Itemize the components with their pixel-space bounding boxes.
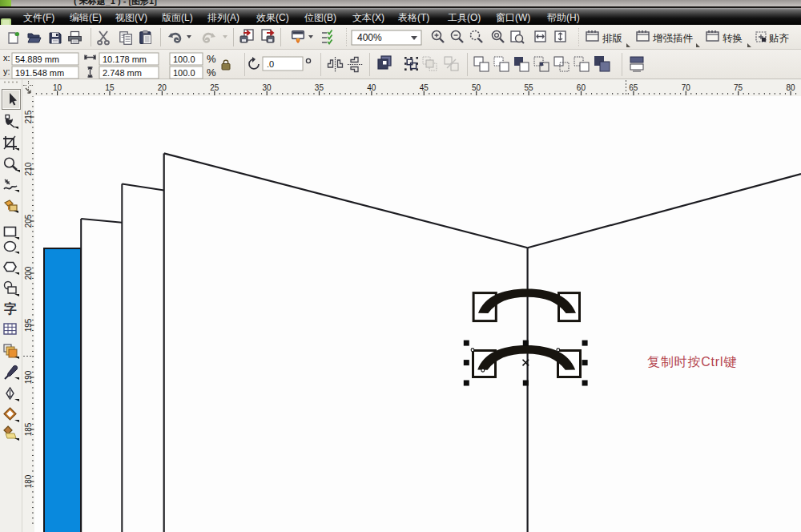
svg-text:400%: 400% (357, 32, 382, 43)
svg-text:x:: x: (3, 53, 10, 62)
svg-text:字: 字 (4, 301, 17, 316)
svg-text:转换: 转换 (723, 33, 743, 44)
svg-text:35: 35 (315, 83, 324, 92)
svg-text:%: % (207, 66, 216, 79)
svg-text:20: 20 (158, 83, 167, 92)
svg-text:排版: 排版 (602, 33, 623, 44)
svg-text:80: 80 (786, 83, 795, 92)
svg-text:70: 70 (682, 83, 691, 92)
svg-text:增强插件: 增强插件 (652, 33, 694, 44)
svg-text:40: 40 (367, 83, 376, 92)
svg-text:100.0: 100.0 (173, 54, 195, 64)
svg-text:30: 30 (263, 83, 272, 92)
svg-text:100.0: 100.0 (173, 68, 195, 78)
svg-text:45: 45 (420, 83, 429, 92)
svg-text:%: % (207, 53, 216, 65)
svg-text:191.548 mm: 191.548 mm (15, 68, 64, 78)
svg-text:10: 10 (53, 83, 62, 92)
svg-text:60: 60 (577, 83, 586, 92)
svg-text:2.748 mm: 2.748 mm (103, 68, 142, 78)
svg-text:.0: .0 (267, 59, 274, 69)
svg-text:54.889 mm: 54.889 mm (15, 54, 59, 64)
svg-text:25: 25 (210, 83, 219, 92)
svg-text:复制时按Ctrl键: 复制时按Ctrl键 (647, 355, 737, 369)
svg-text:10.178 mm: 10.178 mm (103, 54, 147, 64)
svg-text:65: 65 (629, 83, 638, 92)
svg-text:贴齐: 贴齐 (769, 33, 790, 44)
svg-text:55: 55 (524, 83, 533, 92)
svg-text:75: 75 (734, 83, 743, 92)
svg-text:50: 50 (472, 83, 481, 92)
svg-text:y:: y: (3, 66, 10, 76)
svg-text:15: 15 (105, 83, 115, 92)
